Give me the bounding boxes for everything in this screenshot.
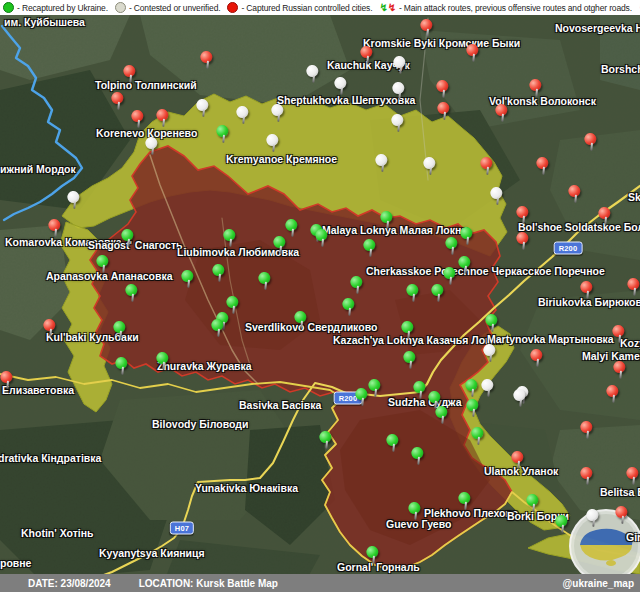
pin-stem <box>272 144 275 152</box>
pin-stem <box>232 306 235 314</box>
pin-stem <box>369 249 372 257</box>
pin-stem <box>592 519 595 527</box>
pin-stem <box>412 294 415 302</box>
pin-stem <box>612 395 615 403</box>
pin-stem <box>348 308 351 316</box>
pin-stem <box>121 367 124 375</box>
pin-stem <box>477 437 480 445</box>
pin-stem <box>361 398 364 406</box>
pin-stem <box>264 282 267 290</box>
map-canvas[interactable]: им. Куйбышеваижний МордокTolpino Толпинс… <box>0 0 640 592</box>
pin-stem <box>162 119 165 127</box>
pin-stem <box>397 124 400 132</box>
pin-stem <box>374 389 377 397</box>
pin-stem <box>49 329 52 337</box>
pin-stem <box>522 216 525 224</box>
pin-stem <box>73 201 76 209</box>
pin-stem <box>409 361 412 369</box>
pin-stem <box>621 516 624 524</box>
pin-stem <box>426 29 429 37</box>
pin-stem <box>517 461 520 469</box>
pin-stem <box>535 89 538 97</box>
pin-stem <box>151 147 154 155</box>
ukraine-map-logo <box>570 510 640 582</box>
pin-stem <box>619 371 622 379</box>
road-badge-H07: H07 <box>170 522 194 535</box>
pin-stem <box>137 120 140 128</box>
legend-item-label: - Recaptured by Ukraine. <box>17 3 108 13</box>
pin-stem <box>519 399 522 407</box>
pin-stem <box>437 294 440 302</box>
pin-stem <box>522 242 525 250</box>
pin-stem <box>398 92 401 100</box>
pin-stem <box>586 431 589 439</box>
kursk-battle-map-screenshot: им. Куйбышеваижний МордокTolpino Толпинс… <box>0 0 640 592</box>
road-badge-R200: R200 <box>554 242 583 255</box>
legend-bar: - Recaptured by Ukraine.- Contested or u… <box>0 0 640 15</box>
pin-stem <box>487 389 490 397</box>
pin-stem <box>464 266 467 274</box>
pin-stem <box>429 167 432 175</box>
pin-stem <box>632 477 635 485</box>
pin-stem <box>117 102 120 110</box>
pin-stem <box>441 416 444 424</box>
legend-item-label: - Captured Russian controlled cities. <box>241 3 372 13</box>
pin-stem <box>414 512 417 520</box>
legend-item-0: - Recaptured by Ukraine. <box>3 2 108 13</box>
pin-stem <box>242 116 245 124</box>
pin-stem <box>325 441 328 449</box>
pin-stem <box>321 239 324 247</box>
pin-stem <box>586 477 589 485</box>
pin-stem <box>561 525 564 533</box>
legend-item-label: - Contested or unverified. <box>129 3 221 13</box>
pin-stem <box>417 457 420 465</box>
pin-stem <box>222 135 225 143</box>
legend-item-label: - Main attack routes, previous offensive… <box>399 3 632 13</box>
attack-route-icon: ↯ <box>379 3 387 12</box>
pin-stem <box>102 265 105 273</box>
map-terrain-and-zones <box>0 0 640 592</box>
legend-item-2: - Captured Russian controlled cities. <box>227 2 372 13</box>
legend-item-3: ↯↯- Main attack routes, previous offensi… <box>379 3 631 13</box>
pin-stem <box>277 114 280 122</box>
pin-stem <box>407 331 410 339</box>
pin-stem <box>386 221 389 229</box>
pin-stem <box>574 195 577 203</box>
pin-stem <box>229 239 232 247</box>
pin-stem <box>187 280 190 288</box>
pin-stem <box>491 324 494 332</box>
twitter-handle: @ukraine_map <box>563 578 634 589</box>
pin-stem <box>472 54 475 62</box>
pin-stem <box>442 90 445 98</box>
pin-stem <box>129 75 132 83</box>
pin-stem <box>218 274 221 282</box>
pin-stem <box>633 288 636 296</box>
pin-stem <box>586 291 589 299</box>
attack-route-icon: ↯ <box>388 3 396 12</box>
map-pin-red[interactable] <box>626 466 640 488</box>
pin-stem <box>590 143 593 151</box>
green-dot-icon <box>3 2 14 13</box>
pin-stem <box>291 229 294 237</box>
pin-stem <box>532 504 535 512</box>
pin-stem <box>162 362 165 370</box>
pin-stem <box>451 247 454 255</box>
pin-stem <box>381 164 384 172</box>
pin-stem <box>366 56 369 64</box>
pin-stem <box>356 286 359 294</box>
pin-stem <box>127 239 130 247</box>
pin-stem <box>449 277 452 285</box>
pin-stem <box>464 502 467 510</box>
pin-stem <box>206 61 209 69</box>
pin-stem <box>542 167 545 175</box>
pin-stem <box>399 66 402 74</box>
pin-stem <box>131 294 134 302</box>
pin-stem <box>472 409 475 417</box>
map-pin-red[interactable] <box>627 277 640 299</box>
pin-stem <box>217 329 220 337</box>
pin-stem <box>466 237 469 245</box>
pin-stem <box>536 359 539 367</box>
pin-stem <box>54 229 57 237</box>
pin-stem <box>6 381 9 389</box>
pin-stem <box>443 112 446 120</box>
